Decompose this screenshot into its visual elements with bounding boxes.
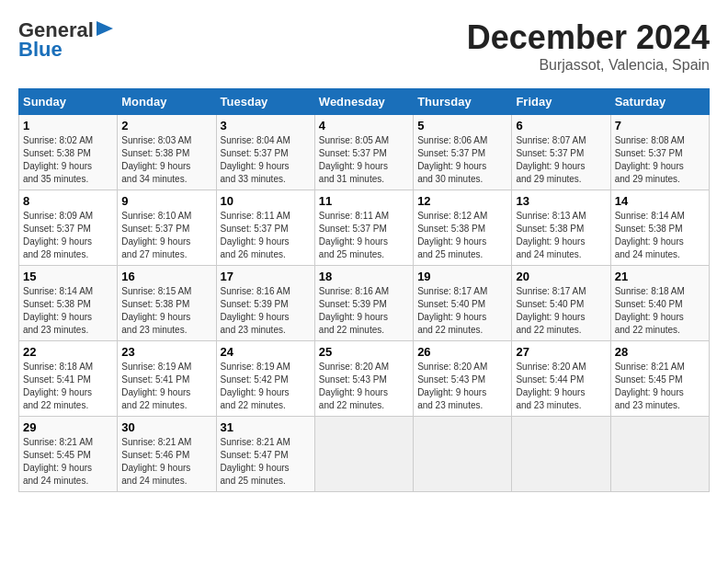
day-number: 10 bbox=[221, 194, 311, 208]
table-row: 1Sunrise: 8:02 AM Sunset: 5:38 PM Daylig… bbox=[19, 115, 118, 190]
day-number: 11 bbox=[319, 194, 409, 208]
table-row: 27Sunrise: 8:20 AM Sunset: 5:44 PM Dayli… bbox=[512, 341, 610, 417]
header-sunday: Sunday bbox=[19, 89, 118, 115]
day-info: Sunrise: 8:21 AM Sunset: 5:45 PM Dayligh… bbox=[23, 436, 113, 488]
calendar-row: 1Sunrise: 8:02 AM Sunset: 5:38 PM Daylig… bbox=[19, 115, 710, 190]
svg-marker-0 bbox=[97, 21, 113, 36]
table-row: 16Sunrise: 8:15 AM Sunset: 5:38 PM Dayli… bbox=[118, 266, 216, 341]
day-number: 20 bbox=[516, 270, 606, 283]
day-info: Sunrise: 8:18 AM Sunset: 5:40 PM Dayligh… bbox=[615, 285, 705, 337]
table-row: 4Sunrise: 8:05 AM Sunset: 5:37 PM Daylig… bbox=[314, 115, 413, 190]
header-thursday: Thursday bbox=[414, 89, 512, 115]
table-row: 29Sunrise: 8:21 AM Sunset: 5:45 PM Dayli… bbox=[19, 417, 118, 492]
table-row: 13Sunrise: 8:13 AM Sunset: 5:38 PM Dayli… bbox=[512, 190, 610, 266]
table-row bbox=[512, 417, 610, 492]
header-saturday: Saturday bbox=[610, 89, 709, 115]
day-info: Sunrise: 8:05 AM Sunset: 5:37 PM Dayligh… bbox=[319, 134, 409, 186]
day-info: Sunrise: 8:21 AM Sunset: 5:46 PM Dayligh… bbox=[121, 436, 211, 488]
day-info: Sunrise: 8:19 AM Sunset: 5:41 PM Dayligh… bbox=[121, 361, 211, 412]
table-row: 20Sunrise: 8:17 AM Sunset: 5:40 PM Dayli… bbox=[512, 266, 610, 341]
table-row bbox=[314, 417, 413, 492]
table-row: 12Sunrise: 8:12 AM Sunset: 5:38 PM Dayli… bbox=[414, 190, 512, 266]
day-number: 18 bbox=[319, 270, 409, 283]
day-number: 15 bbox=[23, 270, 113, 283]
day-info: Sunrise: 8:11 AM Sunset: 5:37 PM Dayligh… bbox=[319, 210, 409, 261]
day-number: 23 bbox=[121, 345, 211, 359]
day-info: Sunrise: 8:12 AM Sunset: 5:38 PM Dayligh… bbox=[417, 210, 507, 261]
header-monday: Monday bbox=[118, 89, 216, 115]
table-row: 21Sunrise: 8:18 AM Sunset: 5:40 PM Dayli… bbox=[610, 266, 709, 341]
header: General Blue December 2024 Burjassot, Va… bbox=[18, 18, 710, 74]
day-number: 16 bbox=[121, 270, 211, 283]
logo-text-blue: Blue bbox=[18, 38, 113, 61]
table-row: 2Sunrise: 8:03 AM Sunset: 5:38 PM Daylig… bbox=[118, 115, 216, 190]
day-number: 31 bbox=[221, 420, 311, 434]
day-number: 28 bbox=[615, 345, 705, 359]
day-number: 19 bbox=[417, 270, 507, 283]
day-info: Sunrise: 8:15 AM Sunset: 5:38 PM Dayligh… bbox=[121, 285, 211, 337]
day-info: Sunrise: 8:13 AM Sunset: 5:38 PM Dayligh… bbox=[516, 210, 606, 261]
day-info: Sunrise: 8:02 AM Sunset: 5:38 PM Dayligh… bbox=[23, 134, 113, 186]
table-row: 17Sunrise: 8:16 AM Sunset: 5:39 PM Dayli… bbox=[216, 266, 314, 341]
month-title: December 2024 bbox=[467, 18, 710, 57]
day-info: Sunrise: 8:21 AM Sunset: 5:45 PM Dayligh… bbox=[615, 361, 705, 412]
day-info: Sunrise: 8:14 AM Sunset: 5:38 PM Dayligh… bbox=[23, 285, 113, 337]
day-number: 5 bbox=[417, 119, 507, 132]
table-row: 28Sunrise: 8:21 AM Sunset: 5:45 PM Dayli… bbox=[610, 341, 709, 417]
day-number: 7 bbox=[615, 119, 705, 132]
day-number: 13 bbox=[516, 194, 606, 208]
table-row: 7Sunrise: 8:08 AM Sunset: 5:37 PM Daylig… bbox=[610, 115, 709, 190]
day-info: Sunrise: 8:11 AM Sunset: 5:37 PM Dayligh… bbox=[221, 210, 311, 261]
day-info: Sunrise: 8:20 AM Sunset: 5:44 PM Dayligh… bbox=[516, 361, 606, 412]
table-row: 19Sunrise: 8:17 AM Sunset: 5:40 PM Dayli… bbox=[414, 266, 512, 341]
calendar-header-row: Sunday Monday Tuesday Wednesday Thursday… bbox=[19, 89, 710, 115]
day-number: 17 bbox=[221, 270, 311, 283]
day-info: Sunrise: 8:17 AM Sunset: 5:40 PM Dayligh… bbox=[516, 285, 606, 337]
day-number: 21 bbox=[615, 270, 705, 283]
day-number: 2 bbox=[121, 119, 211, 132]
day-number: 24 bbox=[221, 345, 311, 359]
table-row: 25Sunrise: 8:20 AM Sunset: 5:43 PM Dayli… bbox=[314, 341, 413, 417]
day-info: Sunrise: 8:06 AM Sunset: 5:37 PM Dayligh… bbox=[417, 134, 507, 186]
table-row: 10Sunrise: 8:11 AM Sunset: 5:37 PM Dayli… bbox=[216, 190, 314, 266]
calendar-row: 8Sunrise: 8:09 AM Sunset: 5:37 PM Daylig… bbox=[19, 190, 710, 266]
day-number: 14 bbox=[615, 194, 705, 208]
day-info: Sunrise: 8:03 AM Sunset: 5:38 PM Dayligh… bbox=[121, 134, 211, 186]
table-row: 5Sunrise: 8:06 AM Sunset: 5:37 PM Daylig… bbox=[414, 115, 512, 190]
table-row bbox=[610, 417, 709, 492]
day-info: Sunrise: 8:19 AM Sunset: 5:42 PM Dayligh… bbox=[221, 361, 311, 412]
day-number: 27 bbox=[516, 345, 606, 359]
day-number: 9 bbox=[121, 194, 211, 208]
day-number: 3 bbox=[221, 119, 311, 132]
calendar-row: 15Sunrise: 8:14 AM Sunset: 5:38 PM Dayli… bbox=[19, 266, 710, 341]
day-number: 6 bbox=[516, 119, 606, 132]
day-number: 25 bbox=[319, 345, 409, 359]
calendar-row: 22Sunrise: 8:18 AM Sunset: 5:41 PM Dayli… bbox=[19, 341, 710, 417]
table-row: 26Sunrise: 8:20 AM Sunset: 5:43 PM Dayli… bbox=[414, 341, 512, 417]
day-number: 29 bbox=[23, 420, 113, 434]
day-info: Sunrise: 8:10 AM Sunset: 5:37 PM Dayligh… bbox=[121, 210, 211, 261]
day-info: Sunrise: 8:16 AM Sunset: 5:39 PM Dayligh… bbox=[221, 285, 311, 337]
table-row: 23Sunrise: 8:19 AM Sunset: 5:41 PM Dayli… bbox=[118, 341, 216, 417]
day-number: 8 bbox=[23, 194, 113, 208]
day-number: 12 bbox=[417, 194, 507, 208]
table-row: 6Sunrise: 8:07 AM Sunset: 5:37 PM Daylig… bbox=[512, 115, 610, 190]
table-row: 30Sunrise: 8:21 AM Sunset: 5:46 PM Dayli… bbox=[118, 417, 216, 492]
logo-arrow-icon bbox=[97, 21, 113, 36]
table-row: 14Sunrise: 8:14 AM Sunset: 5:38 PM Dayli… bbox=[610, 190, 709, 266]
calendar-table: Sunday Monday Tuesday Wednesday Thursday… bbox=[18, 88, 710, 492]
table-row: 9Sunrise: 8:10 AM Sunset: 5:37 PM Daylig… bbox=[118, 190, 216, 266]
day-info: Sunrise: 8:20 AM Sunset: 5:43 PM Dayligh… bbox=[417, 361, 507, 412]
title-area: December 2024 Burjassot, Valencia, Spain bbox=[467, 18, 710, 74]
table-row: 8Sunrise: 8:09 AM Sunset: 5:37 PM Daylig… bbox=[19, 190, 118, 266]
table-row: 15Sunrise: 8:14 AM Sunset: 5:38 PM Dayli… bbox=[19, 266, 118, 341]
table-row: 18Sunrise: 8:16 AM Sunset: 5:39 PM Dayli… bbox=[314, 266, 413, 341]
calendar-row: 29Sunrise: 8:21 AM Sunset: 5:45 PM Dayli… bbox=[19, 417, 710, 492]
day-info: Sunrise: 8:07 AM Sunset: 5:37 PM Dayligh… bbox=[516, 134, 606, 186]
table-row: 3Sunrise: 8:04 AM Sunset: 5:37 PM Daylig… bbox=[216, 115, 314, 190]
header-tuesday: Tuesday bbox=[216, 89, 314, 115]
day-number: 26 bbox=[417, 345, 507, 359]
table-row bbox=[414, 417, 512, 492]
day-number: 4 bbox=[319, 119, 409, 132]
day-info: Sunrise: 8:04 AM Sunset: 5:37 PM Dayligh… bbox=[221, 134, 311, 186]
